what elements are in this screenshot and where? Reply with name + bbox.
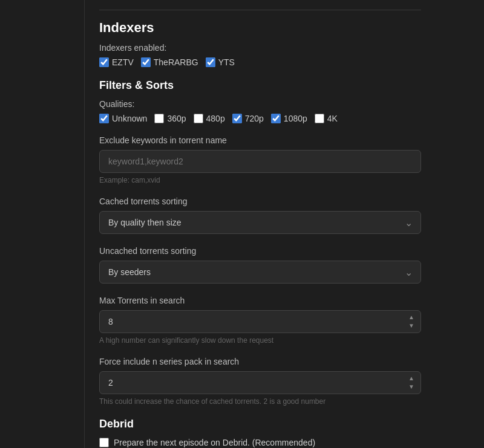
uncached-sorting-label: Uncached torrents sorting [99, 246, 421, 256]
indexers-section: Indexers Indexers enabled: EZTV TheRARBG… [99, 20, 421, 67]
series-pack-hint: This could increase the chance of cached… [99, 397, 421, 406]
exclude-keywords-label: Exclude keywords in torrent name [99, 135, 421, 145]
indexers-checkbox-group: EZTV TheRARBG YTS [99, 57, 421, 67]
max-torrents-up-button[interactable]: ▲ [407, 314, 416, 321]
debrid-title: Debrid [99, 418, 421, 430]
unknown-checkbox[interactable] [99, 114, 109, 123]
max-torrents-down-button[interactable]: ▼ [407, 322, 416, 330]
max-torrents-wrapper: ▲ ▼ [99, 310, 421, 333]
indexers-enabled-label: Indexers enabled: [99, 43, 421, 53]
cached-sorting-select[interactable]: By quality then size By size By seeders … [99, 211, 421, 234]
therarbg-label: TheRARBG [154, 57, 198, 67]
max-torrents-input[interactable] [99, 310, 421, 333]
cached-sorting-label: Cached torrents sorting [99, 196, 421, 206]
qualities-group: Qualities: Unknown 360p 480p [99, 99, 421, 123]
uncached-sorting-wrapper: By seeders By quality then size By size … [99, 261, 421, 284]
series-pack-up-button[interactable]: ▲ [407, 375, 416, 382]
qualities-label: Qualities: [99, 99, 421, 109]
prepare-next-checkbox[interactable] [99, 438, 109, 447]
series-pack-wrapper: ▲ ▼ [99, 371, 421, 394]
exclude-keywords-hint: Example: cam,xvid [99, 176, 421, 184]
prepare-next-label: Prepare the next episode on Debrid. (Rec… [114, 438, 315, 447]
qualities-checkbox-group: Unknown 360p 480p 720p [99, 114, 421, 123]
quality-1080p[interactable]: 1080p [271, 114, 307, 123]
exclude-keywords-group: Exclude keywords in torrent name Example… [99, 135, 421, 184]
top-divider [99, 10, 421, 10]
720p-checkbox[interactable] [232, 114, 242, 123]
right-sidebar [436, 0, 484, 448]
exclude-keywords-input[interactable] [99, 150, 421, 173]
480p-checkbox[interactable] [194, 114, 203, 123]
filters-title: Filters & Sorts [99, 79, 421, 92]
max-torrents-hint: A high number can significantly slow dow… [99, 336, 421, 345]
filters-section: Filters & Sorts Qualities: Unknown 360p [99, 79, 421, 406]
uncached-sorting-group: Uncached torrents sorting By seeders By … [99, 246, 421, 284]
720p-label: 720p [245, 114, 264, 123]
series-pack-input[interactable] [99, 371, 421, 394]
quality-480p[interactable]: 480p [194, 114, 225, 123]
cached-sorting-wrapper: By quality then size By size By seeders … [99, 211, 421, 234]
indexers-title: Indexers [99, 20, 421, 36]
series-pack-down-button[interactable]: ▼ [407, 383, 416, 391]
480p-label: 480p [206, 114, 225, 123]
indexer-eztv[interactable]: EZTV [99, 57, 134, 67]
max-torrents-label: Max Torrents in search [99, 296, 421, 305]
yts-checkbox[interactable] [206, 57, 215, 67]
series-pack-spinners: ▲ ▼ [407, 375, 416, 391]
quality-unknown[interactable]: Unknown [99, 114, 147, 123]
cached-sorting-group: Cached torrents sorting By quality then … [99, 196, 421, 234]
4k-label: 4K [327, 114, 338, 123]
max-torrents-group: Max Torrents in search ▲ ▼ A high number… [99, 296, 421, 345]
left-sidebar [0, 0, 85, 448]
eztv-checkbox[interactable] [99, 57, 109, 67]
1080p-label: 1080p [284, 114, 307, 123]
debrid-section: Debrid Prepare the next episode on Debri… [99, 418, 421, 447]
yts-label: YTS [218, 57, 235, 67]
unknown-label: Unknown [112, 114, 147, 123]
360p-label: 360p [167, 114, 186, 123]
therarbg-checkbox[interactable] [141, 57, 151, 67]
4k-checkbox[interactable] [315, 114, 324, 123]
quality-720p[interactable]: 720p [232, 114, 264, 123]
max-torrents-spinners: ▲ ▼ [407, 314, 416, 330]
1080p-checkbox[interactable] [271, 114, 281, 123]
indexer-therarbg[interactable]: TheRARBG [141, 57, 198, 67]
quality-4k[interactable]: 4K [315, 114, 338, 123]
series-pack-group: Force include n series pack in search ▲ … [99, 357, 421, 406]
series-pack-label: Force include n series pack in search [99, 357, 421, 366]
debrid-prepare-next[interactable]: Prepare the next episode on Debrid. (Rec… [99, 438, 421, 447]
quality-360p[interactable]: 360p [154, 114, 186, 123]
360p-checkbox[interactable] [154, 114, 164, 123]
main-content: Indexers Indexers enabled: EZTV TheRARBG… [85, 0, 436, 448]
indexer-yts[interactable]: YTS [206, 57, 235, 67]
eztv-label: EZTV [112, 57, 134, 67]
uncached-sorting-select[interactable]: By seeders By quality then size By size … [99, 261, 421, 284]
